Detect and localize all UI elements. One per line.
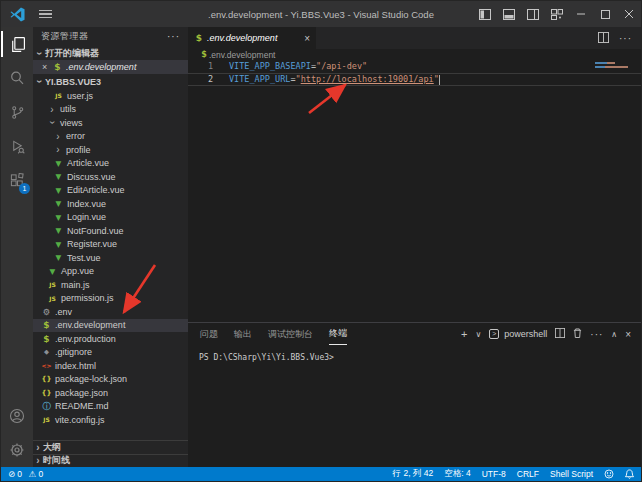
tree-item-vite-config-js[interactable]: JSvite.config.js bbox=[33, 413, 188, 427]
panel-more-actions-icon[interactable]: ··· bbox=[590, 329, 603, 340]
toggle-sidebar-icon[interactable] bbox=[473, 1, 497, 27]
code-line-1[interactable]: 1VITE_APP_BASEAPI="/api-dev" bbox=[188, 60, 641, 73]
status-item[interactable]: 空格: 4 bbox=[444, 468, 470, 480]
close-editor-icon[interactable]: × bbox=[42, 62, 52, 72]
tab-env-development[interactable]: $ .env.development × bbox=[188, 27, 316, 49]
maximize-panel-icon[interactable]: ∧ bbox=[611, 330, 617, 339]
maximize-icon[interactable] bbox=[593, 1, 617, 27]
tree-item-package-lock-json[interactable]: {}package-lock.json bbox=[33, 373, 188, 387]
status-item[interactable]: Shell Script bbox=[550, 468, 593, 480]
tree-item--env[interactable]: ⚙.env bbox=[33, 305, 188, 319]
vue-file-icon: ▼ bbox=[53, 199, 64, 208]
editor-more-actions-icon[interactable]: ··· bbox=[619, 33, 632, 44]
tree-item-permission-js[interactable]: JSpermission.js bbox=[33, 292, 188, 306]
tree-item-register-vue[interactable]: ▼Register.vue bbox=[33, 238, 188, 252]
run-debug-icon[interactable] bbox=[1, 129, 33, 163]
open-editor-item-env-development[interactable]: × $ .env.development bbox=[33, 60, 188, 74]
panel-tab-输出[interactable]: 输出 bbox=[234, 323, 252, 345]
panel-actions: + ∨ > powershell ··· ∧ × bbox=[461, 328, 641, 340]
token-variable: VITE_APP_URL bbox=[229, 74, 290, 84]
tree-item-index-vue[interactable]: ▼Index.vue bbox=[33, 197, 188, 211]
shell-file-icon: $ bbox=[52, 62, 63, 72]
chevron-down-icon: › bbox=[47, 118, 58, 128]
close-icon[interactable] bbox=[617, 1, 641, 27]
settings-gear-icon[interactable] bbox=[1, 433, 33, 467]
toggle-secondary-sidebar-icon[interactable] bbox=[521, 1, 545, 27]
tree-item-editarticle-vue[interactable]: ▼EditArticle.vue bbox=[33, 184, 188, 198]
chevron-right-icon: › bbox=[53, 131, 63, 142]
problems-status[interactable]: ⊘ 0 ⚠ 0 bbox=[8, 469, 43, 479]
tree-item-label: profile bbox=[66, 145, 91, 155]
vue-file-icon: ▼ bbox=[53, 213, 64, 222]
panel-tab-终端[interactable]: 终端 bbox=[329, 323, 347, 345]
close-panel-icon[interactable]: × bbox=[625, 329, 631, 340]
feedback-icon[interactable] bbox=[604, 469, 614, 479]
tree-item-index-html[interactable]: <>index.html bbox=[33, 359, 188, 373]
tree-item--env-production[interactable]: $.env.production bbox=[33, 332, 188, 346]
tree-item-readme-md[interactable]: ⓘREADME.md bbox=[33, 400, 188, 414]
status-item[interactable]: 行 2, 列 42 bbox=[393, 468, 434, 480]
tree-item-label: App.vue bbox=[61, 266, 94, 276]
panel-tab-问题[interactable]: 问题 bbox=[200, 323, 218, 345]
tree-item-login-vue[interactable]: ▼Login.vue bbox=[33, 211, 188, 225]
tree-item-main-js[interactable]: JSmain.js bbox=[33, 278, 188, 292]
status-item[interactable]: UTF-8 bbox=[482, 468, 506, 480]
tree-item-label: permission.js bbox=[61, 293, 114, 303]
terminal-shell-label[interactable]: powershell bbox=[504, 329, 547, 339]
tree-item-utils[interactable]: ›utils bbox=[33, 103, 188, 117]
menu-icon[interactable] bbox=[39, 10, 52, 19]
kill-terminal-icon[interactable] bbox=[573, 328, 582, 340]
sidebar-more-actions-icon[interactable]: ··· bbox=[167, 31, 180, 42]
explorer-icon[interactable] bbox=[1, 27, 33, 61]
errors-count: 0 bbox=[17, 469, 22, 479]
chevron-right-icon: › bbox=[33, 455, 43, 466]
vue-file-icon: ▼ bbox=[53, 240, 64, 249]
tree-item-views[interactable]: ›views bbox=[33, 116, 188, 130]
tree-item--env-development[interactable]: $.env.development bbox=[33, 319, 188, 333]
title-bar: .env.development - Yi.BBS.Vue3 - Visual … bbox=[1, 1, 641, 27]
toggle-panel-icon[interactable] bbox=[497, 1, 521, 27]
new-terminal-icon[interactable]: + bbox=[461, 328, 467, 340]
tree-item-error[interactable]: ›error bbox=[33, 130, 188, 144]
code-line-2[interactable]: 2VITE_APP_URL="http://localhost:19001/ap… bbox=[188, 73, 641, 86]
panel-tab-调试控制台[interactable]: 调试控制台 bbox=[268, 323, 313, 345]
tree-item--gitignore[interactable]: ◆.gitignore bbox=[33, 346, 188, 360]
url-link[interactable]: http://localhost:19001/api bbox=[301, 74, 434, 84]
text-cursor bbox=[439, 75, 440, 85]
account-icon[interactable] bbox=[1, 399, 33, 433]
tree-item-package-json[interactable]: {}package.json bbox=[33, 386, 188, 400]
project-root-header[interactable]: › YI.BBS.VUE3 bbox=[33, 74, 188, 89]
timeline-section-header[interactable]: › 时间线 bbox=[33, 454, 188, 468]
tree-item-profile[interactable]: ›profile bbox=[33, 143, 188, 157]
status-item[interactable]: CRLF bbox=[517, 468, 539, 480]
tree-item-discuss-vue[interactable]: ▼Discuss.vue bbox=[33, 170, 188, 184]
git-file-icon: ◆ bbox=[41, 348, 52, 356]
code-editor[interactable]: 1VITE_APP_BASEAPI="/api-dev"2VITE_APP_UR… bbox=[188, 60, 641, 322]
split-editor-icon[interactable] bbox=[598, 29, 609, 47]
minimap[interactable] bbox=[595, 60, 637, 90]
tree-item-test-vue[interactable]: ▼Test.vue bbox=[33, 251, 188, 265]
tree-item-label: .env.development bbox=[55, 320, 125, 330]
extensions-icon[interactable]: 1 bbox=[1, 163, 33, 197]
status-bar: ⊘ 0 ⚠ 0 行 2, 列 42空格: 4UTF-8CRLFShell Scr… bbox=[1, 467, 641, 481]
notifications-bell-icon[interactable] bbox=[625, 469, 634, 479]
tree-item-article-vue[interactable]: ▼Article.vue bbox=[33, 157, 188, 171]
tree-item-label: utils bbox=[60, 104, 76, 114]
terminal[interactable]: PS D:\CSharp\Yi\Yi.BBS.Vue3> bbox=[188, 345, 641, 467]
vue-file-icon: ▼ bbox=[47, 267, 58, 276]
tree-item-notfound-vue[interactable]: ▼NotFound.vue bbox=[33, 224, 188, 238]
outline-section-header[interactable]: › 大纲 bbox=[33, 440, 188, 454]
tab-close-icon[interactable]: × bbox=[304, 33, 310, 44]
terminal-dropdown-icon[interactable]: ∨ bbox=[475, 330, 481, 339]
search-icon[interactable] bbox=[1, 61, 33, 95]
tree-item-app-vue[interactable]: ▼App.vue bbox=[33, 265, 188, 279]
js-file-icon: JS bbox=[53, 92, 64, 99]
tree-item-user-js[interactable]: JSuser.js bbox=[33, 89, 188, 103]
customize-layout-icon[interactable] bbox=[545, 1, 569, 27]
minimize-icon[interactable] bbox=[569, 1, 593, 27]
split-terminal-icon[interactable] bbox=[555, 328, 565, 340]
breadcrumb[interactable]: $ .env.development bbox=[188, 49, 641, 60]
open-editors-section-header[interactable]: › 打开的编辑器 bbox=[33, 46, 188, 60]
window-controls bbox=[473, 1, 641, 27]
source-control-icon[interactable] bbox=[1, 95, 33, 129]
